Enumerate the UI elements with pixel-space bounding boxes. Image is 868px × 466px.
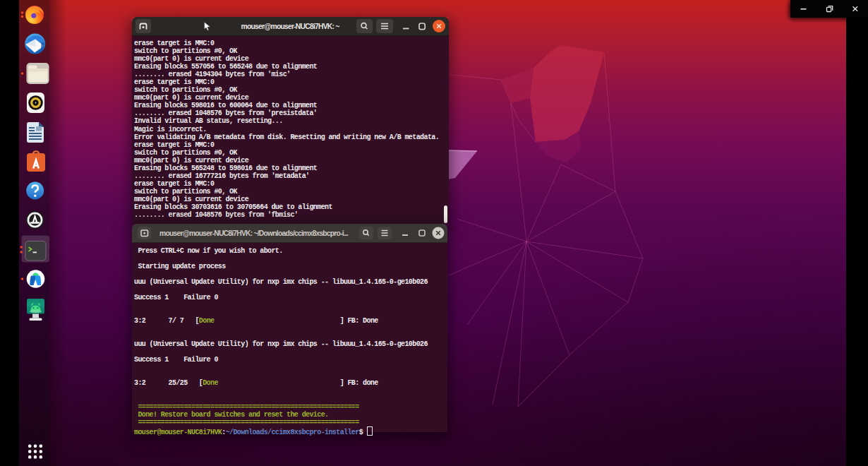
- svg-text:mouser@mouser-NUC8i7HVK: ~: mouser@mouser-NUC8i7HVK: ~: [241, 23, 339, 30]
- svg-text:mouser@mouser-NUC8i7HVK: ~/Dow: mouser@mouser-NUC8i7HVK: ~/Downloads/cci…: [159, 229, 349, 237]
